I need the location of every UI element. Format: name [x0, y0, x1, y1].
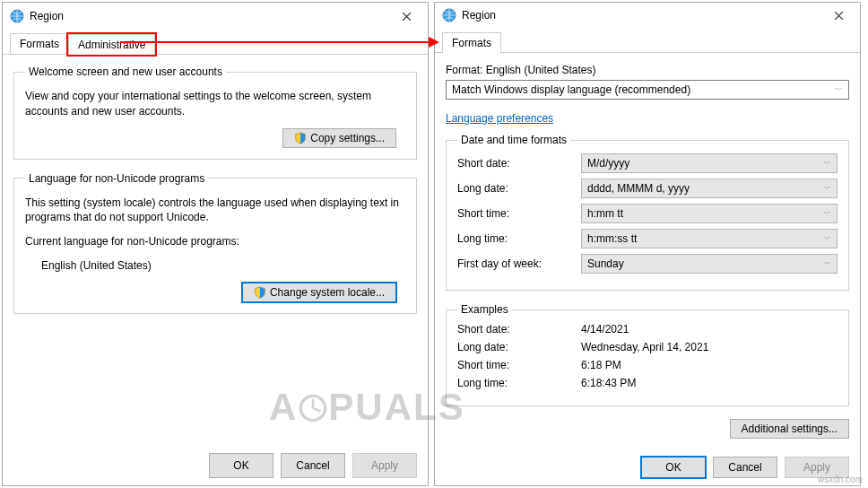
- dropdown-value: Match Windows display language (recommen…: [452, 83, 690, 96]
- dropdown-value: h:mm:ss tt: [587, 232, 637, 245]
- tab-body-formats: Format: English (United States) Match Wi…: [435, 53, 860, 449]
- ex-long-time-label: Long time:: [457, 377, 574, 389]
- first-day-label: First day of week:: [457, 257, 574, 270]
- group-legend: Language for non-Unicode programs: [25, 172, 208, 185]
- dialog-footer: OK Cancel Apply: [435, 449, 860, 485]
- close-button[interactable]: [820, 3, 856, 28]
- short-time-label: Short time:: [457, 207, 574, 220]
- button-label: Copy settings...: [310, 132, 385, 144]
- group-examples: Examples Short date: 4/14/2021 Long date…: [446, 303, 849, 406]
- format-value: English (United States): [486, 64, 596, 76]
- group-welcome-screen: Welcome screen and new user accounts Vie…: [13, 65, 417, 160]
- group-text: This setting (system locale) controls th…: [25, 196, 405, 226]
- ex-short-date-value: 4/14/2021: [581, 323, 838, 336]
- shield-icon: [294, 132, 307, 144]
- short-date-dropdown[interactable]: M/d/yyyy ﹀: [581, 153, 838, 173]
- globe-icon: [10, 9, 24, 23]
- additional-settings-button[interactable]: Additional settings...: [730, 419, 849, 439]
- tabstrip: Formats: [435, 31, 860, 53]
- long-date-dropdown[interactable]: dddd, MMMM d, yyyy ﹀: [581, 179, 838, 198]
- group-date-time-formats: Date and time formats Short date: M/d/yy…: [446, 134, 849, 291]
- tab-body-administrative: Welcome screen and new user accounts Vie…: [3, 55, 428, 446]
- group-text: View and copy your international setting…: [25, 89, 405, 119]
- tab-formats[interactable]: Formats: [10, 33, 69, 54]
- current-lang-label: Current language for non-Unicode program…: [25, 234, 405, 249]
- dialog-footer: OK Cancel Apply: [3, 446, 428, 485]
- cancel-button[interactable]: Cancel: [281, 453, 345, 478]
- ex-short-time-value: 6:18 PM: [581, 359, 838, 371]
- dropdown-value: M/d/yyyy: [587, 157, 629, 170]
- dropdown-value: h:mm tt: [587, 207, 623, 220]
- format-dropdown[interactable]: Match Windows display language (recommen…: [446, 80, 849, 100]
- group-legend: Examples: [457, 303, 512, 316]
- apply-button[interactable]: Apply: [352, 453, 417, 478]
- chevron-down-icon: ﹀: [823, 183, 831, 195]
- tab-administrative[interactable]: Administrative: [68, 34, 155, 55]
- short-time-dropdown[interactable]: h:mm tt ﹀: [581, 204, 838, 223]
- tab-formats[interactable]: Formats: [442, 32, 501, 53]
- long-time-dropdown[interactable]: h:mm:ss tt ﹀: [581, 229, 838, 248]
- chevron-down-icon: ﹀: [823, 233, 831, 245]
- ok-button[interactable]: OK: [209, 453, 273, 478]
- ex-long-date-value: Wednesday, April 14, 2021: [581, 341, 838, 353]
- window-title: Region: [462, 9, 820, 22]
- region-window-administrative: Region Formats Administrative Welcome sc…: [2, 2, 429, 486]
- group-legend: Welcome screen and new user accounts: [25, 65, 226, 78]
- tabstrip: Formats Administrative: [3, 33, 428, 55]
- ex-short-time-label: Short time:: [457, 359, 574, 371]
- language-preferences-link[interactable]: Language preferences: [446, 112, 553, 125]
- long-time-label: Long time:: [457, 232, 574, 245]
- close-icon: [834, 11, 844, 21]
- close-button[interactable]: [388, 4, 424, 29]
- group-legend: Date and time formats: [457, 134, 570, 146]
- dropdown-value: Sunday: [587, 257, 624, 270]
- button-label: Change system locale...: [270, 286, 385, 299]
- group-non-unicode: Language for non-Unicode programs This s…: [13, 172, 417, 314]
- titlebar[interactable]: Region: [435, 3, 860, 28]
- copy-settings-button[interactable]: Copy settings...: [282, 128, 396, 148]
- apply-button[interactable]: Apply: [785, 457, 849, 478]
- globe-icon: [442, 8, 456, 22]
- ex-long-time-value: 6:18:43 PM: [581, 377, 838, 389]
- chevron-down-icon: ﹀: [835, 84, 843, 96]
- cancel-button[interactable]: Cancel: [713, 457, 777, 478]
- window-title: Region: [30, 10, 388, 22]
- long-date-label: Long date:: [457, 182, 574, 195]
- current-lang-value: English (United States): [41, 258, 405, 274]
- shield-icon: [254, 286, 266, 299]
- format-label: Format:: [446, 64, 482, 76]
- short-date-label: Short date:: [457, 157, 574, 170]
- titlebar[interactable]: Region: [3, 3, 428, 30]
- chevron-down-icon: ﹀: [823, 258, 831, 270]
- ex-long-date-label: Long date:: [457, 341, 574, 353]
- first-day-dropdown[interactable]: Sunday ﹀: [581, 254, 838, 274]
- change-system-locale-button[interactable]: Change system locale...: [242, 283, 396, 302]
- chevron-down-icon: ﹀: [823, 158, 831, 170]
- close-icon: [402, 12, 412, 22]
- ex-short-date-label: Short date:: [457, 323, 574, 336]
- dropdown-value: dddd, MMMM d, yyyy: [587, 182, 690, 195]
- chevron-down-icon: ﹀: [823, 208, 831, 220]
- ok-button[interactable]: OK: [641, 457, 706, 478]
- region-window-formats: Region Formats Format: English (United S…: [434, 2, 861, 486]
